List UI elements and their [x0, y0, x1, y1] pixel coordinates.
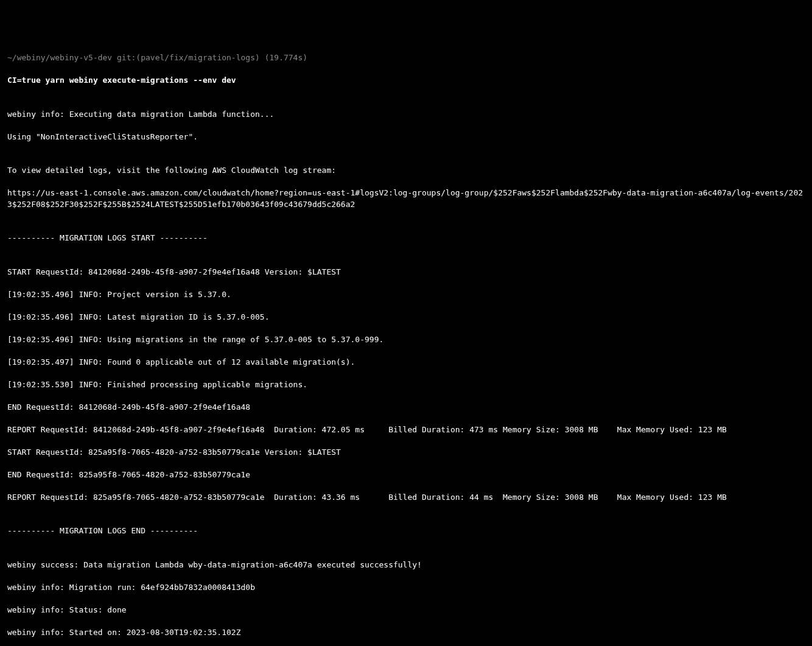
output-line: To view detailed logs, visit the followi… [7, 165, 805, 177]
terminal-output[interactable]: ~/webiny/webiny-v5-dev git:(pavel/fix/mi… [7, 52, 805, 646]
migration-logs-start: ---------- MIGRATION LOGS START --------… [7, 233, 805, 244]
header-line: ~/webiny/webiny-v5-dev git:(pavel/fix/mi… [7, 52, 805, 64]
migration-logs-end: ---------- MIGRATION LOGS END ---------- [7, 525, 805, 537]
cloudwatch-url: https://us-east-1.console.aws.amazon.com… [7, 188, 805, 210]
log-line: [19:02:35.530] INFO: Finished processing… [7, 379, 805, 391]
log-line: END RequestId: 825a95f8-7065-4820-a752-8… [7, 469, 805, 481]
log-line: REPORT RequestId: 825a95f8-7065-4820-a75… [7, 492, 805, 504]
log-line: START RequestId: 8412068d-249b-45f8-a907… [7, 267, 805, 278]
log-line: REPORT RequestId: 8412068d-249b-45f8-a90… [7, 424, 805, 436]
log-line: START RequestId: 825a95f8-7065-4820-a752… [7, 447, 805, 458]
output-line: webiny info: Executing data migration La… [7, 109, 805, 121]
log-line: [19:02:35.496] INFO: Using migrations in… [7, 334, 805, 346]
output-line: webiny info: Migration run: 64ef924bb783… [7, 582, 805, 594]
log-line: [19:02:35.496] INFO: Latest migration ID… [7, 312, 805, 323]
output-line: webiny info: Started on: 2023-08-30T19:0… [7, 627, 805, 639]
log-line: END RequestId: 8412068d-249b-45f8-a907-2… [7, 402, 805, 413]
success-line: webiny success: Data migration Lambda wb… [7, 560, 805, 571]
output-line: Using "NonInteractiveCliStatusReporter". [7, 132, 805, 143]
log-line: [19:02:35.496] INFO: Project version is … [7, 289, 805, 301]
log-line: [19:02:35.497] INFO: Found 0 applicable … [7, 357, 805, 368]
output-line: webiny info: Status: done [7, 605, 805, 616]
command-line: CI=true yarn webiny execute-migrations -… [7, 75, 805, 86]
